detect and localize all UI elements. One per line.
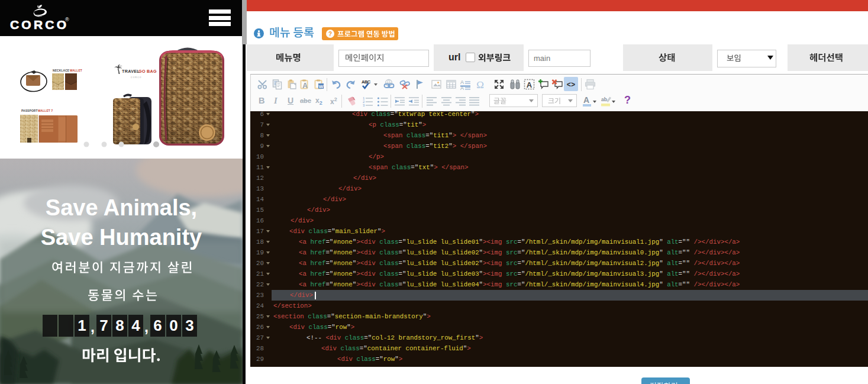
svg-text:CORCO: CORCO	[131, 76, 142, 79]
svg-text:<>: <>	[567, 81, 575, 89]
svg-text:WALLET: WALLET	[70, 69, 82, 72]
svg-text:ab: ab	[601, 96, 607, 102]
svg-text:?: ?	[328, 31, 332, 37]
svg-text:GO BAG: GO BAG	[138, 69, 157, 74]
svg-text:A: A	[460, 85, 464, 90]
svg-text:NECKLACE: NECKLACE	[53, 69, 70, 72]
svg-text:TRAVEL: TRAVEL	[122, 69, 140, 74]
svg-text:A: A	[527, 80, 533, 89]
svg-text:3: 3	[363, 104, 365, 107]
svg-text:A: A	[460, 79, 464, 85]
svg-text:PASSPORT: PASSPORT	[21, 109, 38, 112]
svg-text:ABC: ABC	[362, 79, 371, 85]
svg-text:Ω: Ω	[476, 79, 484, 90]
svg-text:W: W	[319, 84, 324, 89]
svg-text:WALLET 7: WALLET 7	[38, 109, 53, 112]
svg-text:A: A	[302, 82, 308, 90]
